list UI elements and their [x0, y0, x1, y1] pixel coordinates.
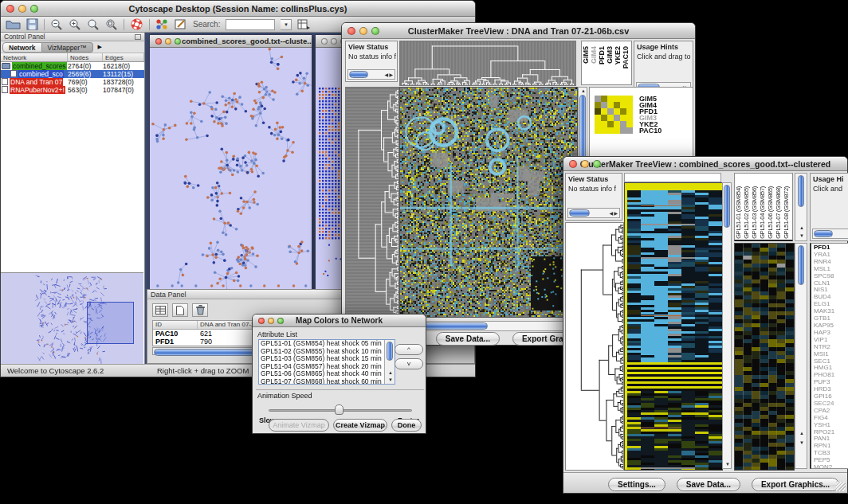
network-list-row[interactable]: combined_scores2764(0)16218(0) [1, 62, 144, 70]
zoom-button[interactable] [175, 38, 181, 45]
network-canvas[interactable] [150, 48, 312, 290]
zoom-button[interactable] [371, 27, 379, 35]
status-center: Right-click + drag to ZOOM [157, 366, 249, 375]
close-button[interactable] [6, 5, 14, 13]
zoom-button[interactable] [277, 318, 284, 324]
delete-attribute-icon[interactable] [192, 303, 208, 317]
row-dendrogram-canvas[interactable] [345, 87, 399, 318]
column-label: PFD1 [598, 46, 606, 64]
done-button[interactable]: Done [391, 419, 422, 432]
usage-hints-text: Click and [811, 185, 848, 194]
attribute-table-icon[interactable] [152, 303, 168, 317]
new-attribute-icon[interactable] [172, 303, 188, 317]
zoom-selected-icon[interactable] [87, 18, 100, 31]
attribute-list-item[interactable]: GPL51-07 (GSM868) heat shock 60 min [259, 378, 395, 385]
zoom-button[interactable] [593, 160, 601, 168]
document-icon [10, 70, 17, 77]
view-status-hscrollbar[interactable]: ◀▶ [347, 69, 395, 80]
row-id: PAC10 [153, 330, 198, 338]
treeview2-title: ClusterMaker TreeView : combined_scores_… [563, 157, 847, 171]
detail-matrix[interactable] [595, 96, 633, 134]
usage-hints-hscrollbar[interactable] [812, 229, 848, 239]
close-button[interactable] [155, 38, 162, 45]
labels-vscrollbar[interactable]: ▲ ▼ [795, 173, 807, 241]
treeview1-titlebar[interactable]: ClusterMaker TreeView : DNA and Tran 07-… [342, 23, 695, 39]
treeview2-titlebar[interactable]: ClusterMaker TreeView : combined_scores_… [563, 157, 847, 171]
network-list-row[interactable]: DNA and Tran 07769(0)183728(0) [1, 78, 144, 86]
zoom-fit-icon[interactable] [105, 18, 118, 31]
column-nodes[interactable]: Nodes [68, 53, 103, 61]
detail-vscrollbar[interactable]: ▲ ▼ [795, 243, 807, 469]
column-labels-panel: GIM5GIM4PFD1GIM3YKE2PAC10 [581, 41, 632, 85]
dialog-titlebar[interactable]: Map Colors to Network [253, 315, 426, 327]
main-titlebar[interactable]: Cytoscape Desktop (Session Name: collins… [1, 1, 475, 17]
settings-button[interactable]: Settings... [608, 478, 665, 491]
edge-count: 16218(0) [103, 62, 144, 70]
undock-icon[interactable] [135, 34, 141, 40]
zoom-button[interactable] [30, 5, 38, 13]
annotation-icon[interactable] [175, 18, 187, 30]
tab-overflow-arrow[interactable]: ▶ [98, 44, 102, 50]
attribute-list[interactable]: GPL51-01 (GSM854) heat shock 05 minGPL51… [258, 339, 395, 385]
close-button[interactable] [321, 38, 328, 45]
column-dendrogram-canvas[interactable] [399, 41, 576, 86]
help-lifering-icon[interactable] [130, 18, 143, 31]
map-colors-dialog: Map Colors to Network Attribute List GPL… [252, 314, 426, 434]
birdseye-view-canvas[interactable] [1, 272, 143, 364]
close-button[interactable] [347, 27, 355, 35]
minimize-button[interactable] [268, 318, 274, 324]
network-list-row[interactable]: combined_sco2569(6)13112(15) [1, 70, 144, 78]
save-icon[interactable] [26, 18, 38, 30]
vizmapper-icon[interactable] [155, 18, 169, 30]
heatmap-hscrollbar[interactable]: ◀▶ [399, 321, 586, 331]
open-file-icon[interactable] [6, 18, 21, 30]
minimize-button[interactable] [359, 27, 367, 35]
table-import-icon[interactable] [297, 18, 311, 30]
toolbar-separator [124, 19, 124, 30]
resize-grip[interactable] [836, 482, 846, 491]
network-list-row[interactable]: RNAPuberNov2+!563(0)107847(0) [1, 86, 144, 94]
zoom-out-icon[interactable] [50, 18, 63, 31]
move-up-button[interactable]: ^ [395, 344, 423, 355]
move-down-button[interactable]: v [395, 358, 423, 369]
create-vizmap-button[interactable]: Create Vizmap [333, 419, 387, 432]
animation-speed-slider-thumb[interactable] [335, 404, 344, 415]
save-data-button[interactable]: Save Data... [436, 332, 500, 346]
detail-heatmap-canvas[interactable] [734, 243, 795, 471]
close-button[interactable] [258, 318, 265, 324]
matrix-cell [614, 127, 620, 134]
id-column-header[interactable]: ID [153, 321, 198, 329]
gene-list[interactable]: PFD1YRA1RNR4MSL1SPC98CLN1NIS1BUD4ELG1MAK… [810, 243, 848, 469]
column-label: GPL51-02 (GSM855) [743, 186, 751, 239]
matrix-cell [595, 127, 601, 134]
heatmap-canvas[interactable] [399, 87, 578, 318]
frame1-titlebar[interactable]: combined_scores_good.txt--cluste... [150, 35, 312, 48]
network-table-header: Network Nodes Edges [1, 53, 144, 62]
zoom-in-icon[interactable] [69, 18, 81, 31]
row-dendrogram-canvas[interactable] [565, 222, 624, 471]
network-name: combined_sco [18, 70, 64, 78]
global-heatmap-vscrollbar[interactable]: ▼ [722, 182, 732, 469]
save-data-button[interactable]: Save Data... [677, 478, 740, 491]
search-dropdown-arrow[interactable]: ▼ [281, 19, 292, 30]
column-labels-panel: GPL51-01 (GSM854)GPL51-02 (GSM855)GPL51-… [734, 173, 793, 241]
global-heatmap-canvas[interactable] [624, 182, 723, 471]
column-network[interactable]: Network [1, 53, 68, 61]
animate-vizmap-button[interactable]: Animate Vizmap [269, 419, 329, 432]
view-status-hscrollbar[interactable]: ◀▶ [567, 208, 620, 218]
search-input[interactable] [226, 19, 275, 30]
treeview2-buttons: Settings...Save Data...Export Graphics..… [608, 478, 839, 491]
minimize-button[interactable] [165, 38, 171, 45]
row-label: PAC10 [639, 127, 662, 134]
minimize-button[interactable] [331, 38, 337, 45]
export-graphics-button[interactable]: Export Graphics... [752, 478, 839, 491]
minimize-button[interactable] [18, 5, 26, 13]
matrix-cell [614, 108, 620, 115]
attribute-list-vscrollbar[interactable]: ▲ ▼ [384, 340, 395, 384]
tab-vizmapper[interactable]: VizMapper™ [42, 42, 93, 53]
close-button[interactable] [569, 160, 577, 168]
network-name: RNAPuberNov2+! [10, 86, 65, 94]
minimize-button[interactable] [581, 160, 589, 168]
tab-network[interactable]: Network [2, 42, 42, 53]
column-edges[interactable]: Edges [103, 53, 144, 61]
